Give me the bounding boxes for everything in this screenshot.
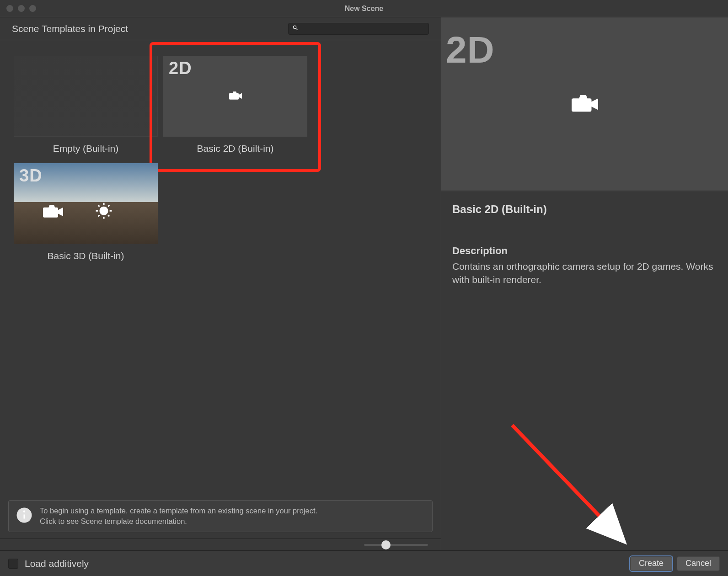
create-button[interactable]: Create <box>630 556 672 571</box>
template-caption: Empty (Built-in) <box>53 143 119 154</box>
cancel-button[interactable]: Cancel <box>677 556 720 571</box>
load-additively-label: Load additively <box>25 558 89 569</box>
left-panel: Scene Templates in Project Empty (Built-… <box>0 17 441 550</box>
camera-icon <box>572 93 598 115</box>
template-card-empty[interactable]: Empty (Built-in) <box>14 56 158 154</box>
template-card-basic-2d[interactable]: 2D Basic 2D (Built-in) <box>163 56 307 154</box>
sun-icon <box>95 203 112 222</box>
title-bar: New Scene <box>0 0 728 17</box>
detail-body: Basic 2D (Built-in) Description Contains… <box>441 191 728 299</box>
detail-thumb-badge: 2D <box>446 28 495 71</box>
zoom-window-icon[interactable] <box>29 5 36 12</box>
close-window-icon[interactable] <box>6 5 13 12</box>
footer: Load additively Create Cancel <box>0 550 728 576</box>
slider-knob[interactable] <box>381 540 391 549</box>
thumbnail-size-slider-row <box>0 539 441 550</box>
template-card-basic-3d[interactable]: 3D Basic 3D (Built-in) <box>14 163 158 261</box>
search-box[interactable] <box>288 23 429 35</box>
template-caption: Basic 3D (Built-in) <box>47 251 124 261</box>
thumb-badge-2d: 2D <box>169 59 192 78</box>
templates-heading: Scene Templates in Project <box>12 23 128 34</box>
camera-icon <box>43 203 63 221</box>
info-icon <box>16 507 32 525</box>
search-icon <box>292 25 299 32</box>
window-title: New Scene <box>345 5 383 13</box>
detail-description: Contains an orthographic camera setup fo… <box>452 260 717 287</box>
hint-line-2: Click to see Scene template documentatio… <box>40 516 317 527</box>
thumbnail-size-slider[interactable] <box>364 544 428 546</box>
camera-icon <box>229 91 242 102</box>
detail-title: Basic 2D (Built-in) <box>452 203 717 216</box>
template-hint-bar[interactable]: To begin using a template, create a temp… <box>8 500 433 532</box>
minimize-window-icon[interactable] <box>18 5 25 12</box>
template-thumb-basic-2d: 2D <box>163 56 307 137</box>
right-panel: 2D Basic 2D (Built-in) Description Conta… <box>441 17 728 550</box>
thumb-badge-3d: 3D <box>19 166 43 186</box>
template-thumb-basic-3d: 3D <box>14 163 158 244</box>
detail-section-label: Description <box>452 245 717 257</box>
left-panel-header: Scene Templates in Project <box>0 17 441 40</box>
template-thumb-empty <box>14 56 158 137</box>
hint-line-1: To begin using a template, create a temp… <box>40 506 317 516</box>
load-additively-checkbox[interactable] <box>8 559 18 569</box>
search-input[interactable] <box>300 25 425 32</box>
hint-text: To begin using a template, create a temp… <box>40 506 317 527</box>
template-caption: Basic 2D (Built-in) <box>197 143 273 154</box>
detail-preview: 2D <box>441 17 728 191</box>
traffic-lights <box>6 5 36 12</box>
templates-grid: Empty (Built-in) 2D Basic 2D (Built-in) … <box>0 40 441 265</box>
